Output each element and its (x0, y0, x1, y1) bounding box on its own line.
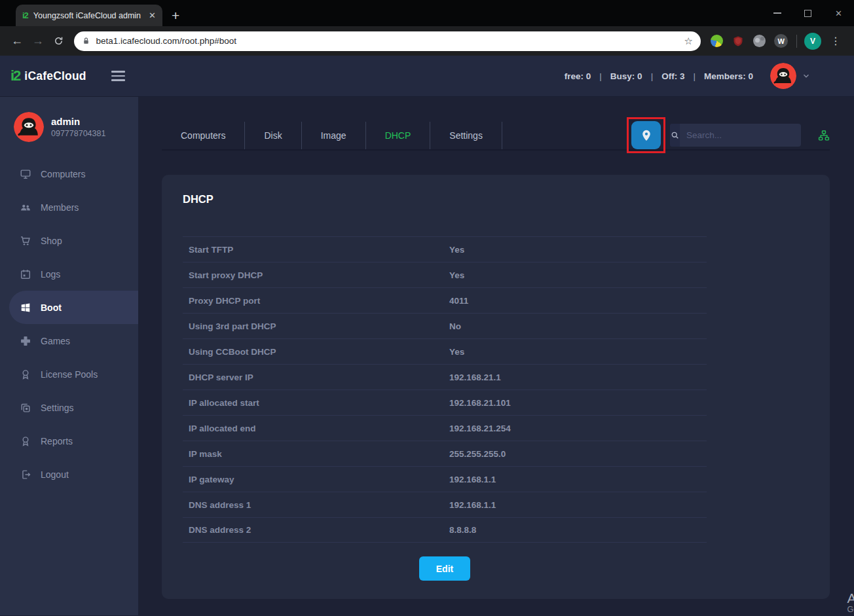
address-bar[interactable]: beta1.icafecloud.com/root.php#boot ☆ (74, 31, 700, 51)
row-label: IP mask (183, 449, 449, 459)
sidebar-user-avatar (14, 112, 44, 142)
windows-boot-icon (20, 302, 31, 314)
new-tab-button[interactable]: + (162, 5, 189, 26)
watermark-line2: Go (847, 606, 854, 615)
browser-tab-title: Youngzsoft iCafeCloud admin (33, 11, 143, 20)
sidebar-item-members[interactable]: Members (0, 190, 138, 224)
sidebar-item-boot[interactable]: Boot (9, 291, 138, 324)
sidebar-toggle-button[interactable] (107, 67, 129, 85)
close-window-button[interactable]: ✕ (823, 0, 854, 26)
user-avatar[interactable] (770, 63, 796, 89)
table-row: DNS address 2 8.8.8.8 (183, 517, 707, 543)
boot-tabs-row: Computers Disk Image DHCP Settings (162, 121, 830, 151)
row-value: 8.8.8.8 (449, 525, 707, 535)
reload-button[interactable] (48, 31, 69, 52)
table-row: DHCP server IP 192.168.21.1 (183, 364, 707, 390)
icafecloud-logo-icon: i2 (10, 67, 20, 84)
reload-icon (53, 35, 64, 46)
card-title: DHCP (183, 193, 809, 206)
search-button[interactable] (670, 124, 680, 147)
license-badge-icon (20, 369, 31, 380)
sidebar-item-settings[interactable]: Settings (0, 391, 138, 424)
table-row: IP gateway 192.168.1.1 (183, 466, 707, 492)
tab-computers[interactable]: Computers (162, 121, 244, 149)
search-icon (670, 130, 680, 140)
hamburger-icon (111, 71, 125, 73)
settings-layers-icon (20, 402, 31, 414)
monitor-icon (20, 168, 31, 180)
table-row: IP mask 255.255.255.0 (183, 441, 707, 466)
sidebar-user: admin 097778704381 (0, 107, 138, 147)
browser-tab-strip: i2 Youngzsoft iCafeCloud admin ✕ + ✕ (0, 0, 854, 26)
toolbar-divider (796, 35, 797, 48)
brand: i2 iCafeCloud (10, 67, 86, 84)
back-button[interactable]: ← (7, 31, 28, 52)
browser-tab[interactable]: i2 Youngzsoft iCafeCloud admin ✕ (16, 5, 162, 26)
sidebar-item-license-pools[interactable]: License Pools (0, 357, 138, 391)
row-label: Start TFTP (183, 245, 449, 255)
members-icon (20, 202, 31, 213)
browser-menu-button[interactable]: ⋮ (824, 35, 847, 47)
row-value: 192.168.1.1 (449, 475, 707, 484)
table-row: Using CCBoot DHCP Yes (183, 338, 707, 364)
bookmark-star-icon[interactable]: ☆ (684, 35, 692, 47)
row-label: IP allocated start (183, 398, 449, 408)
sidebar-item-reports[interactable]: Reports (0, 424, 138, 458)
row-label: IP gateway (183, 475, 449, 484)
row-value: No (449, 321, 707, 331)
network-topology-button[interactable] (818, 130, 830, 141)
url-text: beta1.icafecloud.com/root.php#boot (96, 36, 678, 46)
tab-disk[interactable]: Disk (245, 121, 301, 149)
extension-ublock-icon[interactable] (730, 32, 747, 50)
close-tab-icon[interactable]: ✕ (149, 11, 156, 20)
table-row: IP allocated end 192.168.21.254 (183, 415, 707, 441)
sidebar-item-label: Members (41, 202, 79, 213)
table-row: Start proxy DHCP Yes (183, 262, 707, 287)
minimize-button[interactable] (762, 0, 792, 26)
gamepad-icon (20, 335, 31, 347)
sidebar-item-logs[interactable]: Logs (0, 257, 138, 291)
forward-button[interactable]: → (28, 31, 48, 52)
sidebar-item-label: Settings (41, 403, 74, 413)
search-box (670, 124, 801, 147)
browser-profile-avatar[interactable]: V (804, 33, 821, 50)
extension-idm-icon[interactable] (708, 32, 726, 50)
tab-image[interactable]: Image (302, 121, 365, 149)
row-label: DNS address 2 (183, 525, 449, 535)
row-value: 255.255.255.0 (449, 449, 707, 459)
profile-menu-button[interactable] (802, 71, 811, 81)
table-row: Proxy DHCP port 4011 (183, 287, 707, 313)
sidebar-item-label: Boot (41, 302, 62, 313)
row-value: Yes (449, 270, 707, 280)
row-value: Yes (449, 347, 707, 357)
row-value: 192.168.21.101 (449, 398, 707, 408)
sidebar-item-label: Shop (41, 236, 62, 246)
sidebar-item-computers[interactable]: Computers (0, 157, 138, 190)
app-header: i2 iCafeCloud free: 0 | Busy: 0 | Off: 3… (0, 56, 854, 97)
lock-icon (82, 36, 90, 46)
minimize-icon (773, 12, 781, 14)
row-value: 4011 (449, 296, 707, 306)
sidebar-item-label: Logs (41, 269, 60, 280)
edit-button[interactable]: Edit (419, 556, 470, 581)
row-value: 192.168.1.1 (449, 500, 707, 510)
chevron-down-icon (802, 71, 811, 81)
location-button[interactable] (631, 121, 661, 149)
maximize-button[interactable] (792, 0, 823, 26)
table-row: DNS address 1 192.168.1.1 (183, 492, 707, 517)
sidebar-item-logout[interactable]: Logout (0, 458, 138, 491)
table-row: Start TFTP Yes (183, 236, 707, 262)
watermark-line1: Ac (847, 590, 854, 606)
main-content: Computers Disk Image DHCP Settings (138, 97, 854, 615)
search-input[interactable] (680, 130, 801, 140)
logout-icon (20, 469, 31, 480)
extension-wappalyzer-icon[interactable]: W (772, 32, 790, 50)
tab-dhcp[interactable]: DHCP (366, 121, 430, 149)
sidebar-item-shop[interactable]: Shop (0, 224, 138, 257)
extension-icon[interactable] (751, 32, 769, 50)
row-value: Yes (449, 245, 707, 255)
map-pin-icon (640, 129, 653, 142)
tab-settings[interactable]: Settings (430, 121, 502, 149)
sidebar-item-games[interactable]: Games (0, 324, 138, 357)
sidebar-item-label: Logout (41, 469, 69, 480)
